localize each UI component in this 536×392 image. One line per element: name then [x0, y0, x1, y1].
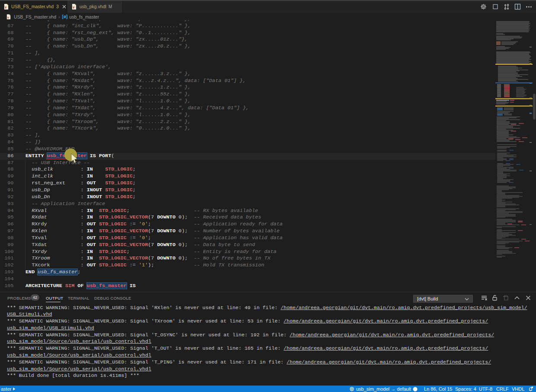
svg-text:v: v — [73, 4, 75, 9]
svg-text:v: v — [5, 4, 7, 9]
